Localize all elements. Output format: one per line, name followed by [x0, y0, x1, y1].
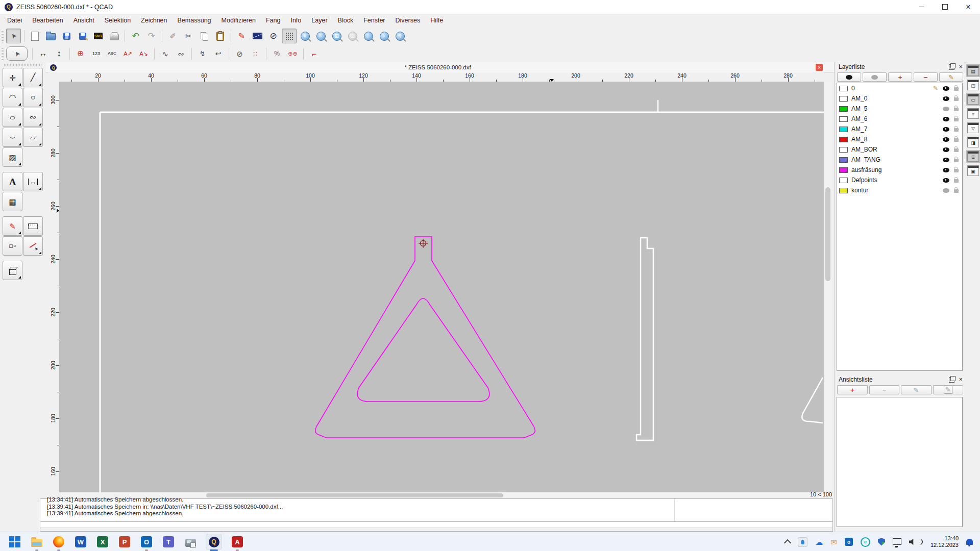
hide-all-layers[interactable] [863, 72, 887, 82]
draw-arc[interactable]: ◠ [3, 88, 22, 107]
arc-return[interactable]: ↩ [211, 46, 226, 61]
close-button[interactable] [957, 0, 980, 14]
layer-visibility-eye-icon[interactable] [943, 86, 949, 91]
dock-library-browser[interactable]: ◨ [967, 137, 979, 147]
print-preview[interactable] [107, 29, 121, 43]
layer-row-ausfräsung[interactable]: ausfräsung [837, 165, 962, 175]
redo[interactable]: ↷ [144, 29, 159, 43]
dock-clipboard-viewer[interactable]: ▣ [967, 165, 979, 176]
remove-layer[interactable]: − [914, 72, 938, 82]
tray-widget-icon[interactable] [798, 537, 807, 547]
selection-pointer-tool[interactable] [6, 29, 21, 43]
window-zoom[interactable]: ▫ [377, 29, 391, 43]
draw-ellipse[interactable]: ○ [3, 108, 22, 127]
menu-modifizieren[interactable]: Modifizieren [216, 17, 261, 24]
open-document[interactable] [43, 29, 58, 43]
layer-row-kontur[interactable]: kontur [837, 185, 962, 195]
taskbar-scan-app[interactable] [184, 535, 197, 548]
draw-hatch[interactable]: ▨ [3, 147, 22, 167]
triangle-inner-contour[interactable] [357, 298, 489, 402]
grid-toggle[interactable] [282, 29, 297, 43]
pan[interactable]: ✛ [393, 29, 407, 43]
dock-selection-filter[interactable]: ▽ [967, 122, 979, 133]
menu-info[interactable]: Info [285, 17, 306, 24]
save-document[interactable] [59, 29, 74, 43]
restrict-horizontal[interactable]: ↔ [36, 46, 51, 61]
close-panel-icon[interactable] [959, 376, 963, 383]
close-panel-icon[interactable] [959, 63, 963, 70]
vertical-scrollbar[interactable] [824, 82, 831, 492]
float-panel-icon[interactable] [949, 64, 954, 70]
draw-freehand-line[interactable]: ∿ [158, 46, 173, 61]
draw-point[interactable]: ✛ [3, 68, 22, 87]
toolbar-handle[interactable] [2, 47, 4, 60]
dock-command-line-toggle[interactable]: ≣ [967, 151, 979, 162]
break-line[interactable]: ↯ [195, 46, 210, 61]
layer-row-AM_TANG[interactable]: AM_TANG [837, 155, 962, 165]
layer-lock-icon[interactable] [954, 169, 959, 172]
triangle-outer-contour[interactable] [315, 237, 535, 438]
taskbar-clock[interactable]: 13:40 12.12.2023 [930, 535, 959, 548]
layer-row-AM_6[interactable]: AM_6 [837, 114, 962, 124]
layer-visibility-eye-icon[interactable] [943, 158, 949, 162]
draw-dimension[interactable]: ↔ [23, 172, 43, 191]
layer-lock-icon[interactable] [954, 148, 959, 152]
dimension-label-a[interactable]: A↗ [120, 46, 135, 61]
layer-visibility-eye-icon[interactable] [943, 147, 949, 152]
cut[interactable]: ✂ [181, 29, 196, 43]
panel-splitter[interactable] [834, 62, 835, 532]
taskbar-teams[interactable]: T [162, 535, 175, 548]
layer-lock-icon[interactable] [954, 108, 959, 111]
layer-visibility-eye-icon[interactable] [943, 96, 949, 101]
layer-row-AM_8[interactable]: AM_8 [837, 134, 962, 144]
layer-row-0[interactable]: 0✎ [837, 83, 962, 93]
minimize-button[interactable] [910, 0, 933, 14]
edit-view[interactable]: ✎ [901, 385, 932, 394]
svg-export[interactable]: SVG [91, 29, 106, 43]
draw-shape[interactable]: ▱ [23, 128, 43, 147]
layer-lock-icon[interactable] [954, 87, 959, 91]
drawing-preferences[interactable]: ✎ [234, 29, 249, 43]
draw-spline[interactable]: ∾ [23, 108, 43, 127]
dock-layer-list-toggle[interactable]: ≡ [967, 108, 979, 119]
taskbar-excel[interactable]: X [96, 535, 109, 548]
dock-viewport[interactable]: ▭ [967, 94, 979, 105]
add-layer[interactable]: + [888, 72, 912, 82]
point-cluster[interactable]: ∷ [248, 46, 263, 61]
taskbar-firefox[interactable] [52, 535, 65, 548]
modify-tools[interactable]: ✎ [3, 216, 22, 236]
dimension-label-b[interactable]: A↘ [136, 46, 151, 61]
maximize-button[interactable] [933, 0, 957, 14]
edit-polyline[interactable]: ∾ [174, 46, 188, 61]
remove-view[interactable]: − [869, 385, 900, 394]
layer-lock-icon[interactable] [954, 179, 959, 183]
layer-lock-icon[interactable] [954, 159, 959, 162]
menu-block[interactable]: Block [333, 17, 359, 24]
onedrive-icon[interactable]: ☁ [815, 538, 823, 546]
layer-row-AM_BOR[interactable]: AM_BOR [837, 144, 962, 155]
menu-hilfe[interactable]: Hilfe [425, 17, 448, 24]
layer-visibility-eye-icon[interactable] [943, 107, 949, 111]
measure-tools[interactable] [23, 216, 43, 236]
notification-bell-icon[interactable] [966, 539, 973, 545]
info-distance[interactable] [250, 29, 265, 43]
layer-lock-icon[interactable] [954, 138, 959, 142]
delete-entities[interactable]: ✐ [165, 29, 180, 43]
undo[interactable]: ↶ [128, 29, 143, 43]
center-crosses[interactable]: ⊕⊕ [285, 46, 300, 61]
taskbar-qcad[interactable]: Q [206, 534, 222, 550]
auto-zoom[interactable]: ⊡ [329, 29, 344, 43]
add-view[interactable]: + [837, 385, 868, 394]
taskbar-word[interactable]: W [74, 535, 87, 548]
info-angle[interactable]: ⊘ [266, 29, 281, 43]
document-close-button[interactable] [816, 64, 823, 71]
mail-icon[interactable]: ✉ [830, 538, 837, 546]
layer-row-Defpoints[interactable]: Defpoints [837, 175, 962, 185]
insert-image[interactable]: ▦ [3, 192, 22, 211]
menu-fenster[interactable]: Fenster [358, 17, 390, 24]
dimension-leader[interactable]: ABC [105, 46, 119, 61]
restrict-vertical[interactable]: ↕ [52, 46, 66, 61]
new-document[interactable] [28, 29, 42, 43]
rename-view[interactable]: ✎ [933, 385, 964, 394]
layer-visibility-eye-icon[interactable] [943, 117, 949, 121]
